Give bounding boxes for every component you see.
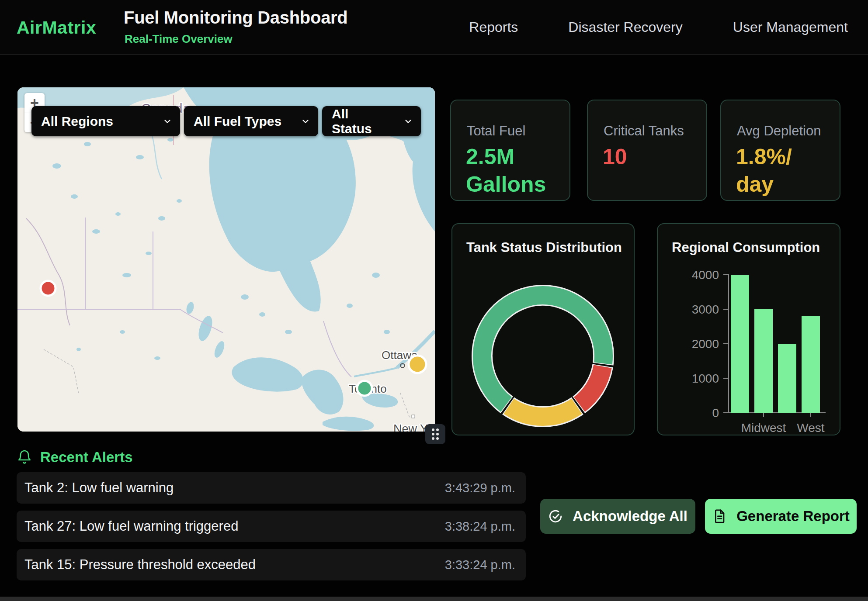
page-title: Fuel Monitoring Dashboard — [124, 8, 347, 28]
bottom-scrollbar-strip[interactable] — [0, 597, 868, 601]
nav-user-management[interactable]: User Management — [733, 19, 848, 35]
alert-timestamp: 3:33:24 p.m. — [445, 558, 515, 572]
stat-card-avg-depletion: Avg Depletion 1.8%/ day — [720, 100, 840, 201]
tank-status-donut-chart — [452, 224, 635, 436]
svg-text:1000: 1000 — [692, 372, 719, 385]
generate-report-button[interactable]: Generate Report — [705, 499, 857, 534]
resize-grip-icon[interactable] — [425, 424, 445, 444]
svg-text:0: 0 — [712, 406, 719, 420]
region-filter-value: All Regions — [41, 114, 113, 129]
nav-disaster-recovery[interactable]: Disaster Recovery — [568, 19, 682, 35]
map-panel: Canada Ottawa Toronto New York + − All R… — [17, 87, 435, 432]
status-filter-dropdown[interactable]: All Status — [322, 106, 421, 136]
svg-text:West: West — [797, 421, 824, 435]
alert-row[interactable]: Tank 2: Low fuel warning 3:43:29 p.m. — [17, 472, 526, 504]
map-marker-normal[interactable] — [357, 381, 372, 396]
chevron-down-icon — [163, 117, 172, 126]
regional-consumption-bar-chart: 01000200030004000MidwestWest — [658, 224, 841, 436]
recent-alerts-header: Recent Alerts — [17, 449, 133, 466]
generate-report-label: Generate Report — [736, 508, 850, 525]
chevron-down-icon — [301, 117, 310, 126]
alert-row[interactable]: Tank 15: Pressure threshold exceeded 3:3… — [17, 549, 526, 580]
chevron-down-icon — [403, 117, 413, 126]
document-icon — [712, 509, 727, 524]
fuel-type-filter-dropdown[interactable]: All Fuel Types — [184, 106, 318, 136]
alert-text: Tank 2: Low fuel warning — [24, 480, 174, 496]
tank-status-distribution-card: Tank Status Distribution — [451, 223, 635, 435]
recent-alerts-title: Recent Alerts — [40, 449, 133, 466]
fuel-type-filter-value: All Fuel Types — [194, 114, 281, 129]
nav-reports[interactable]: Reports — [469, 19, 518, 35]
stat-value: 2.5M Gallons — [466, 143, 546, 198]
bell-icon — [17, 449, 32, 465]
svg-text:4000: 4000 — [692, 268, 719, 282]
stat-label: Critical Tanks — [604, 123, 684, 139]
alert-text: Tank 27: Low fuel warning triggered — [24, 518, 238, 534]
alert-timestamp: 3:38:24 p.m. — [445, 519, 515, 534]
alert-row[interactable]: Tank 27: Low fuel warning triggered 3:38… — [17, 511, 526, 542]
brand-logo: AirMatrix — [17, 17, 96, 38]
map-filters: All Regions All Fuel Types All Status — [31, 106, 421, 136]
main-nav: Reports Disaster Recovery User Managemen… — [469, 0, 848, 54]
regional-consumption-card: 01000200030004000MidwestWest Regional Co… — [657, 223, 840, 435]
chart-title: Regional Consumption — [672, 240, 820, 256]
map-artwork: Canada Ottawa Toronto New York — [17, 87, 435, 432]
stat-label: Total Fuel — [467, 123, 525, 139]
acknowledge-all-button[interactable]: Acknowledge All — [540, 499, 695, 534]
map-marker-critical[interactable] — [41, 281, 56, 296]
app-header: AirMatrix Fuel Monitoring Dashboard Real… — [0, 0, 868, 55]
chart-title: Tank Status Distribution — [466, 240, 622, 256]
svg-text:3000: 3000 — [692, 303, 719, 316]
map-canvas[interactable]: Canada Ottawa Toronto New York — [17, 87, 435, 432]
stat-card-critical-tanks: Critical Tanks 10 — [587, 100, 707, 201]
svg-text:2000: 2000 — [692, 337, 719, 351]
map-marker-warning[interactable] — [409, 356, 426, 373]
region-filter-dropdown[interactable]: All Regions — [31, 106, 180, 136]
dashboard-page: AirMatrix Fuel Monitoring Dashboard Real… — [0, 0, 868, 601]
check-circle-icon — [548, 509, 563, 524]
stat-card-total-fuel: Total Fuel 2.5M Gallons — [450, 100, 570, 201]
page-subtitle: Real-Time Overview — [125, 32, 233, 46]
svg-text:Midwest: Midwest — [741, 421, 786, 435]
alert-timestamp: 3:43:29 p.m. — [445, 481, 515, 495]
stat-label: Avg Depletion — [737, 123, 821, 139]
status-filter-value: All Status — [332, 107, 392, 136]
alert-text: Tank 15: Pressure threshold exceeded — [24, 557, 256, 573]
acknowledge-all-label: Acknowledge All — [573, 508, 687, 525]
stat-value: 1.8%/ day — [736, 143, 792, 198]
stat-value: 10 — [603, 143, 627, 171]
